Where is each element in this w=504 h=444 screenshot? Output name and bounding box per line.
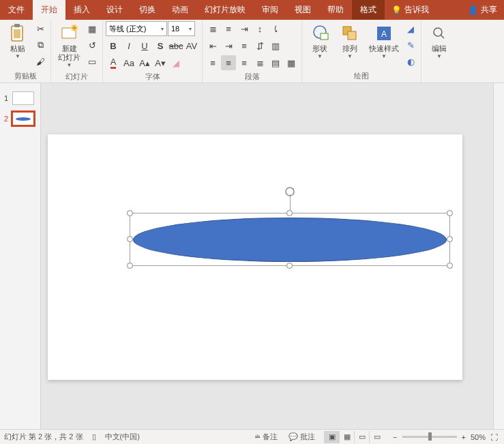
text-direction-button[interactable]: ⤹ <box>268 21 283 36</box>
layout-button[interactable]: ▦ <box>85 21 100 36</box>
resize-handle-sw[interactable] <box>127 263 133 269</box>
thumbnail-1[interactable]: 1 <box>0 90 40 110</box>
resize-handle-n[interactable] <box>286 210 293 216</box>
slide-canvas[interactable] <box>41 83 493 429</box>
notes-button[interactable]: ≐备注 <box>252 432 280 442</box>
section-button[interactable]: ▭ <box>85 54 100 69</box>
slideshow-view-button[interactable]: ▭ <box>369 431 384 443</box>
list-level-button[interactable]: ⇥ <box>237 21 252 36</box>
reset-button[interactable]: ↺ <box>85 38 100 53</box>
paste-button[interactable]: 粘贴 ▼ <box>3 21 33 61</box>
tab-view[interactable]: 视图 <box>286 0 319 20</box>
align-text-button[interactable]: ⇵ <box>252 38 267 53</box>
bullets-button[interactable]: ≣ <box>205 21 220 36</box>
tab-home[interactable]: 开始 <box>33 0 65 20</box>
styles-icon: A <box>373 23 395 44</box>
normal-view-button[interactable]: ▣ <box>324 431 339 443</box>
smartart-button[interactable]: ▦ <box>284 55 299 70</box>
slide[interactable] <box>48 134 462 380</box>
columns-button[interactable]: ▥ <box>268 38 283 53</box>
zoom-value[interactable]: 50% <box>471 433 486 441</box>
tab-file[interactable]: 文件 <box>0 0 33 20</box>
comments-button[interactable]: 💬批注 <box>286 432 317 442</box>
selection-box[interactable] <box>130 213 450 266</box>
char-spacing-button[interactable]: AV <box>184 38 199 53</box>
decrease-indent-button[interactable]: ⇤ <box>205 38 220 53</box>
strike-button[interactable]: abc <box>168 38 183 53</box>
line-spacing-button[interactable]: ↕ <box>252 21 267 36</box>
grow-font-button[interactable]: A▴ <box>137 55 152 70</box>
group-label-font: 字体 <box>106 70 199 83</box>
outdent-icon: ⇤ <box>209 41 217 51</box>
spellcheck-status[interactable]: ▯ <box>90 432 98 441</box>
align-right-button[interactable]: ≡ <box>237 55 252 70</box>
thumbnail-2[interactable]: 2 <box>0 110 40 131</box>
zoom-in-button[interactable]: + <box>460 433 468 441</box>
tab-format[interactable]: 格式 <box>352 0 385 20</box>
section-icon: ▭ <box>88 57 96 67</box>
numbering-button[interactable]: ≡ <box>221 21 236 36</box>
ribbon-tabs: 文件 开始 插入 设计 切换 动画 幻灯片放映 审阅 视图 帮助 格式 💡 告诉… <box>0 0 504 20</box>
para-spacing-button[interactable]: ≡ <box>237 38 252 53</box>
vertical-scrollbar[interactable] <box>493 83 504 429</box>
shadow-button[interactable]: S <box>153 38 168 53</box>
shrink-font-button[interactable]: A▾ <box>153 55 168 70</box>
zoom-slider[interactable] <box>402 436 457 438</box>
tab-design[interactable]: 设计 <box>98 0 131 20</box>
resize-handle-s[interactable] <box>286 263 293 269</box>
shape-fill-button[interactable]: ◢ <box>403 21 418 36</box>
resize-handle-e[interactable] <box>447 236 453 242</box>
tab-review[interactable]: 审阅 <box>254 0 286 20</box>
reading-view-button[interactable]: ▭ <box>354 431 369 443</box>
align-center-button[interactable]: ≡ <box>221 55 236 70</box>
font-family-value: 等线 (正文) <box>109 24 146 34</box>
resize-handle-nw[interactable] <box>127 210 133 216</box>
rotation-handle[interactable] <box>284 186 295 197</box>
format-painter-button[interactable]: 🖌 <box>33 54 48 69</box>
tab-help[interactable]: 帮助 <box>319 0 352 20</box>
share-button[interactable]: 👤 共享 <box>461 0 504 20</box>
arrange-button[interactable]: 排列▼ <box>335 21 365 61</box>
effects-icon: ◐ <box>407 57 415 67</box>
language-status[interactable]: 中文(中国) <box>105 432 140 442</box>
resize-handle-ne[interactable] <box>447 210 453 216</box>
align-left-button[interactable]: ≡ <box>205 55 220 70</box>
cut-button[interactable]: ✂ <box>33 21 48 36</box>
editing-button[interactable]: 编辑▼ <box>424 21 454 61</box>
arrange-icon <box>339 23 361 44</box>
fit-to-window-button[interactable]: ⛶ <box>488 433 500 441</box>
increase-indent-button[interactable]: ⇥ <box>221 38 236 53</box>
tab-animations[interactable]: 动画 <box>164 0 196 20</box>
resize-handle-w[interactable] <box>127 236 133 242</box>
resize-handle-se[interactable] <box>447 263 453 269</box>
tab-transitions[interactable]: 切换 <box>131 0 164 20</box>
change-case-button[interactable]: Aa <box>121 55 136 70</box>
sorter-view-button[interactable]: ▦ <box>339 431 354 443</box>
bold-button[interactable]: B <box>106 38 121 53</box>
new-slide-button[interactable]: 新建 幻灯片 ▼ <box>54 21 85 70</box>
fill-icon: ◢ <box>407 24 414 34</box>
shape-outline-button[interactable]: ✎ <box>403 38 418 53</box>
zoom-out-button[interactable]: − <box>391 433 399 441</box>
distribute-button[interactable]: ▤ <box>268 55 283 70</box>
shapes-button[interactable]: 形状▼ <box>305 21 335 61</box>
tell-me-button[interactable]: 💡 告诉我 <box>385 0 436 20</box>
slide-thumbnail-panel: 1 2 <box>0 83 41 429</box>
clear-format-button[interactable]: ◢ <box>168 55 183 70</box>
tab-insert[interactable]: 插入 <box>65 0 98 20</box>
align-center-icon: ≡ <box>226 58 231 68</box>
italic-button[interactable]: I <box>121 38 136 53</box>
zoom-slider-knob[interactable] <box>428 432 432 441</box>
tab-slideshow[interactable]: 幻灯片放映 <box>196 0 254 20</box>
font-size-select[interactable]: 18▾ <box>168 21 195 36</box>
shape-effects-button[interactable]: ◐ <box>403 54 418 69</box>
font-family-select[interactable]: 等线 (正文)▾ <box>106 21 167 36</box>
book-icon: ▯ <box>92 432 96 441</box>
justify-button[interactable]: ≣ <box>252 55 267 70</box>
font-color-button[interactable]: A <box>106 55 121 70</box>
quick-styles-button[interactable]: A 快速样式▼ <box>365 21 403 61</box>
distribute-icon: ▤ <box>271 58 280 68</box>
copy-button[interactable]: ⧉ <box>33 38 48 53</box>
smartart-icon: ▦ <box>287 58 295 68</box>
underline-button[interactable]: U <box>137 38 152 53</box>
